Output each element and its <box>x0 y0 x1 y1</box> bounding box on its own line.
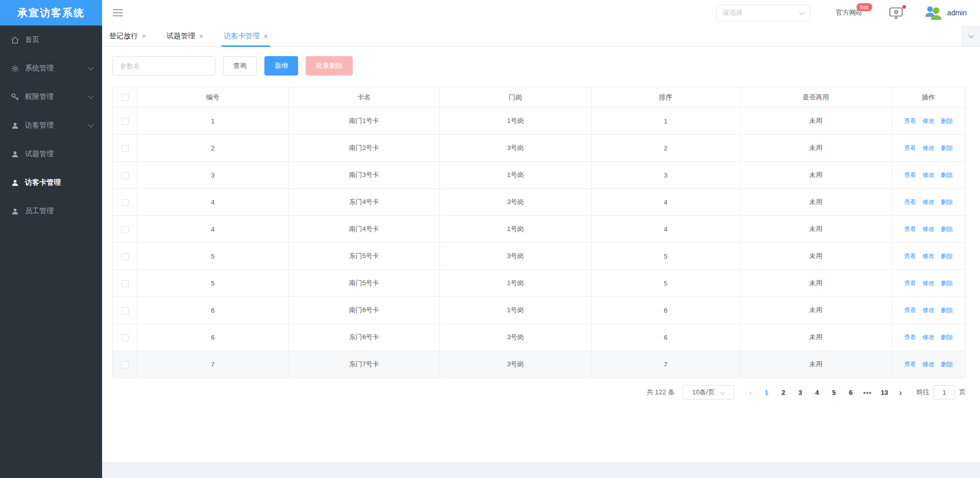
cell-id: 1 <box>137 108 289 135</box>
row-checkbox[interactable] <box>121 145 129 152</box>
prev-page-button[interactable]: ‹ <box>749 388 752 397</box>
home-icon <box>10 36 19 44</box>
edit-link[interactable]: 修改 <box>922 334 935 341</box>
view-link[interactable]: 查看 <box>904 225 916 233</box>
cell-reuse: 未用 <box>740 270 892 297</box>
delete-link[interactable]: 删除 <box>941 307 953 314</box>
row-actions: 查看修改删除 <box>892 108 966 135</box>
row-checkbox[interactable] <box>121 226 129 233</box>
delete-link[interactable]: 删除 <box>941 117 953 124</box>
tab-visitor-card-mgmt[interactable]: 访客卡管理× <box>224 26 267 46</box>
page-number[interactable]: 4 <box>808 389 825 396</box>
search-input[interactable] <box>112 56 215 76</box>
cell-sort: 5 <box>591 243 740 270</box>
edit-link[interactable]: 修改 <box>922 253 935 260</box>
page-number[interactable]: 5 <box>825 389 842 396</box>
row-checkbox[interactable] <box>121 253 129 260</box>
header-select[interactable]: 请选择 <box>716 5 811 21</box>
select-all-checkbox[interactable] <box>121 94 129 101</box>
delete-link[interactable]: 删除 <box>941 280 953 287</box>
edit-link[interactable]: 修改 <box>922 144 935 152</box>
batch-delete-button[interactable]: 批量删除 <box>306 56 353 76</box>
cell-gate: 1号岗 <box>440 162 592 189</box>
more-pages-icon[interactable]: ••• <box>859 389 876 396</box>
cell-gate: 1号岗 <box>440 216 592 243</box>
edit-link[interactable]: 修改 <box>922 280 935 287</box>
delete-link[interactable]: 删除 <box>941 144 953 152</box>
view-link[interactable]: 查看 <box>904 307 916 314</box>
edit-link[interactable]: 修改 <box>922 225 935 233</box>
edit-link[interactable]: 修改 <box>922 117 935 124</box>
sidebar-item-system-mgmt[interactable]: 系统管理 <box>0 54 102 83</box>
cell-sort: 2 <box>591 135 740 162</box>
cell-id: 6 <box>137 297 289 324</box>
delete-link[interactable]: 删除 <box>941 225 953 233</box>
cell-card: 南门4号卡 <box>288 216 440 243</box>
view-link[interactable]: 查看 <box>904 171 916 179</box>
cell-reuse: 未用 <box>740 297 892 324</box>
edit-link[interactable]: 修改 <box>922 171 935 179</box>
view-link[interactable]: 查看 <box>904 334 916 341</box>
sidebar-item-label: 权限管理 <box>25 92 54 102</box>
edit-link[interactable]: 修改 <box>922 198 935 206</box>
row-checkbox[interactable] <box>121 172 129 179</box>
user-menu[interactable]: admin <box>923 5 967 21</box>
tab-registration-release[interactable]: 登记放行× <box>109 26 146 46</box>
hamburger-icon[interactable] <box>113 7 123 18</box>
page-size-select[interactable]: 10条/页 <box>683 385 734 399</box>
tab-exam-mgmt[interactable]: 试题管理× <box>166 26 203 46</box>
delete-link[interactable]: 删除 <box>941 171 953 179</box>
view-link[interactable]: 查看 <box>904 253 916 260</box>
view-link[interactable]: 查看 <box>904 144 916 152</box>
sidebar-item-visitor-card-mgmt[interactable]: 访客卡管理 <box>0 168 102 197</box>
delete-link[interactable]: 删除 <box>941 361 953 368</box>
view-link[interactable]: 查看 <box>904 117 916 124</box>
page-number[interactable]: 13 <box>876 389 893 396</box>
row-checkbox[interactable] <box>121 334 129 341</box>
view-link[interactable]: 查看 <box>904 198 916 206</box>
add-button[interactable]: 新增 <box>264 56 298 76</box>
page-number[interactable]: 1 <box>758 389 775 396</box>
close-icon[interactable]: × <box>142 32 146 40</box>
official-site-link[interactable]: 官方网站 hot <box>836 8 863 17</box>
edit-link[interactable]: 修改 <box>922 307 935 314</box>
row-checkbox[interactable] <box>121 361 129 368</box>
delete-link[interactable]: 删除 <box>941 198 953 206</box>
cell-gate: 3号岗 <box>440 324 592 351</box>
cell-sort: 6 <box>591 297 740 324</box>
table-row: 5东门5号卡3号岗5未用查看修改删除 <box>113 243 966 270</box>
screen-message-button[interactable] <box>889 7 903 19</box>
sidebar-item-label: 员工管理 <box>25 207 54 216</box>
row-select-cell <box>113 324 137 351</box>
user-icon <box>10 179 19 187</box>
row-checkbox[interactable] <box>121 280 129 287</box>
delete-link[interactable]: 删除 <box>941 334 953 341</box>
delete-link[interactable]: 删除 <box>941 253 953 260</box>
sidebar-item-visitor-mgmt[interactable]: 访客管理 <box>0 111 102 140</box>
sidebar-item-home[interactable]: 首页 <box>0 26 102 54</box>
page-number[interactable]: 3 <box>792 389 808 396</box>
row-select-cell <box>113 108 137 135</box>
goto-page-input[interactable] <box>934 385 955 399</box>
page-number[interactable]: 6 <box>842 389 859 396</box>
sidebar-item-exam-mgmt[interactable]: 试题管理 <box>0 140 102 168</box>
user-icon <box>10 150 19 158</box>
row-checkbox[interactable] <box>121 307 129 314</box>
query-button[interactable]: 查询 <box>223 56 257 76</box>
sidebar-item-staff-mgmt[interactable]: 员工管理 <box>0 197 102 225</box>
row-checkbox[interactable] <box>121 199 129 206</box>
cell-gate: 1号岗 <box>440 108 592 135</box>
close-icon[interactable]: × <box>263 32 267 40</box>
view-link[interactable]: 查看 <box>904 361 916 368</box>
edit-link[interactable]: 修改 <box>922 361 935 368</box>
row-checkbox[interactable] <box>121 118 129 125</box>
row-select-cell <box>113 243 137 270</box>
tabs-dropdown[interactable] <box>962 26 980 46</box>
close-icon[interactable]: × <box>199 32 203 40</box>
next-page-button[interactable]: › <box>899 388 902 397</box>
cell-id: 5 <box>137 270 289 297</box>
cell-gate: 3号岗 <box>440 351 592 378</box>
sidebar-item-permission-mgmt[interactable]: 权限管理 <box>0 83 102 111</box>
view-link[interactable]: 查看 <box>904 280 916 287</box>
page-number[interactable]: 2 <box>775 389 792 396</box>
